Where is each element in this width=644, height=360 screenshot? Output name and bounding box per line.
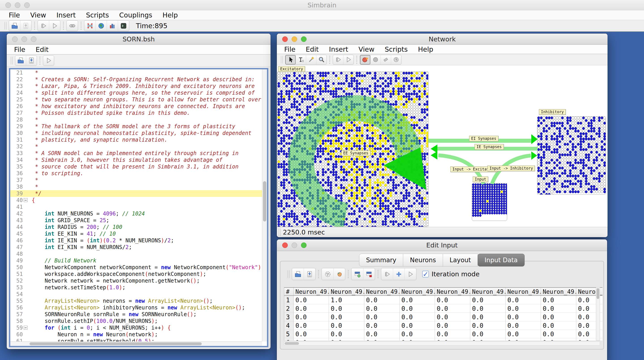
save-icon-button[interactable]: [20, 21, 31, 31]
scrollbar-thumb[interactable]: [263, 181, 266, 221]
excitatory-group-label[interactable]: Excitatory: [278, 66, 305, 72]
table-cell[interactable]: 0.0: [400, 338, 435, 340]
code-line[interactable]: 22 * Creates a SORN: Self-Organizing Rec…: [10, 76, 262, 83]
open-icon-button[interactable]: [15, 56, 26, 66]
cursor-icon-button[interactable]: [285, 55, 296, 65]
code-line[interactable]: 49 // Build Network: [10, 257, 262, 264]
code-line[interactable]: 40{: [10, 197, 262, 204]
code-line[interactable]: 59 for (int i = 0; i < NUM_NEURONS; i++)…: [10, 324, 262, 331]
plus-icon-button[interactable]: [393, 268, 404, 280]
menu-edit[interactable]: Edit: [30, 46, 54, 54]
code-line[interactable]: 60 Neuron n = new Neuron(network);: [10, 331, 262, 338]
step-icon-button[interactable]: [333, 55, 343, 65]
code-line[interactable]: 41: [10, 204, 262, 210]
table-cell[interactable]: 0.0: [470, 321, 506, 330]
console-icon-button[interactable]: [118, 21, 129, 31]
menu-view[interactable]: View: [353, 46, 380, 53]
table-cell[interactable]: 0.0: [541, 338, 576, 340]
table-cell[interactable]: 0.0: [329, 321, 364, 330]
text-icon-button[interactable]: [296, 55, 306, 65]
code-line[interactable]: 21 *: [10, 69, 262, 76]
tab-neurons[interactable]: Neurons: [403, 254, 443, 266]
menu-insert[interactable]: Insert: [51, 11, 81, 19]
code-line[interactable]: 43 int GRID_SPACE = 25;: [10, 217, 262, 224]
code-line[interactable]: 25 * two separate neuron groups. This is…: [10, 96, 262, 103]
code-line[interactable]: 29 * The hallmark of the SORN model are …: [10, 123, 262, 130]
table-cell[interactable]: 0.0: [541, 330, 576, 338]
table-cell[interactable]: 0.0: [400, 304, 435, 313]
table-cell[interactable]: 0.0: [506, 330, 541, 338]
code-line[interactable]: 56 ArrayList<Neuron> inhibitoryNeurons =…: [10, 304, 262, 311]
code-line[interactable]: 54: [10, 291, 262, 297]
step-icon-button[interactable]: [38, 21, 49, 31]
code-line[interactable]: 42 int NUM_NEURONS = 4096; // 1024: [10, 210, 262, 217]
play-icon-button[interactable]: [49, 21, 60, 31]
table-cell[interactable]: 0.0: [506, 338, 541, 340]
code-line[interactable]: 44 int RADIUS = 200; // 100: [10, 224, 262, 230]
code-line[interactable]: 24 * split into different groups here, s…: [10, 90, 262, 96]
menu-help[interactable]: Help: [158, 11, 183, 19]
wand-icon-button[interactable]: [306, 55, 316, 65]
fold-marker-icon[interactable]: [24, 198, 28, 202]
table-cell[interactable]: 0.0: [294, 321, 329, 330]
code-line[interactable]: 35 * source code that will be present in…: [10, 163, 262, 170]
scrollbar-thumb[interactable]: [596, 288, 599, 299]
grayball-icon-button[interactable]: [370, 55, 380, 65]
coupling-icon-button[interactable]: [67, 21, 78, 31]
table-cell[interactable]: 0.0: [435, 313, 470, 321]
code-line[interactable]: 58 sornRule.sethIP(100.0/NUM_NEURONS);: [10, 318, 262, 324]
table-cell[interactable]: 0.0: [329, 304, 364, 313]
tab-summary[interactable]: Summary: [359, 254, 403, 266]
menu-scripts[interactable]: Scripts: [380, 46, 413, 53]
table-cell[interactable]: 0.0: [470, 330, 506, 338]
code-line[interactable]: 28 *: [10, 116, 262, 123]
table-cell[interactable]: 0.0: [506, 313, 541, 321]
menu-file[interactable]: File: [9, 46, 30, 54]
code-line[interactable]: 30 * including neuronal homeostatic plas…: [10, 130, 262, 137]
inhibitory-group-label[interactable]: Inhibitory: [539, 109, 566, 115]
table-cell[interactable]: 0.0: [364, 321, 400, 330]
menu-edit[interactable]: Edit: [300, 46, 324, 53]
table-cell[interactable]: 0.0: [400, 296, 435, 304]
table-cell[interactable]: 0.0: [294, 338, 329, 340]
menu-scripts[interactable]: Scripts: [81, 11, 114, 19]
zoomtool-icon-button[interactable]: [316, 55, 326, 65]
code-line[interactable]: 50 NetworkComponent networkComponent = n…: [10, 264, 262, 271]
code-line[interactable]: 53 network.setTimeStep(1.0);: [10, 284, 262, 291]
prefs-icon-button[interactable]: [334, 268, 345, 280]
play-icon-button[interactable]: [343, 55, 354, 65]
input-group-label[interactable]: Input: [473, 177, 488, 182]
table-cell[interactable]: 1.0: [329, 296, 364, 304]
addneuron-icon-button[interactable]: [360, 55, 370, 65]
table-cell[interactable]: 0.0: [364, 330, 400, 338]
sorn-titlebar[interactable]: SORN.bsh: [7, 34, 270, 45]
network-titlebar[interactable]: Network: [277, 34, 608, 45]
code-line[interactable]: 34 * Simbrain 3.0, however this simulati…: [10, 157, 262, 163]
input-neuron-group[interactable]: [472, 183, 507, 221]
iteration-mode-checkbox[interactable]: ✓: [422, 271, 429, 277]
table-cell[interactable]: 0.0: [470, 338, 506, 340]
table-cell[interactable]: 0.0: [294, 304, 329, 313]
table-cell[interactable]: 0.0: [541, 313, 576, 321]
tab-layout[interactable]: Layout: [443, 254, 478, 266]
addrow-icon-button[interactable]: [352, 268, 363, 280]
save-icon-button[interactable]: [304, 268, 315, 280]
code-line[interactable]: 32 *: [10, 143, 262, 150]
open-icon-button[interactable]: [9, 21, 20, 31]
menu-insert[interactable]: Insert: [324, 46, 353, 53]
edit-input-titlebar[interactable]: Edit Input: [277, 239, 607, 251]
network-icon-button[interactable]: [84, 21, 96, 31]
code-line[interactable]: 55 ArrayList<Neuron> neurons = new Array…: [10, 297, 262, 304]
code-line[interactable]: 23 * Lazar, Pipa, & Triesch 2009. Inhibi…: [10, 83, 262, 90]
table-cell[interactable]: 0.0: [435, 296, 470, 304]
table-cell[interactable]: 0.0: [435, 321, 470, 330]
code-line[interactable]: 52 Network network = networkComponent.ge…: [10, 277, 262, 284]
menu-file[interactable]: File: [279, 46, 300, 53]
code-line[interactable]: 26 * how excitatory and inhibitory neuro…: [10, 103, 262, 110]
table-cell[interactable]: 0.0: [470, 313, 506, 321]
code-line[interactable]: 36 * to scripting.: [10, 170, 262, 177]
play-icon-button[interactable]: [43, 56, 54, 66]
save-icon-button[interactable]: [26, 56, 37, 66]
fold-marker-icon[interactable]: [24, 326, 28, 329]
input-data-table[interactable]: #Neuron_49...Neuron_49...Neuron_49...Neu…: [284, 287, 602, 340]
